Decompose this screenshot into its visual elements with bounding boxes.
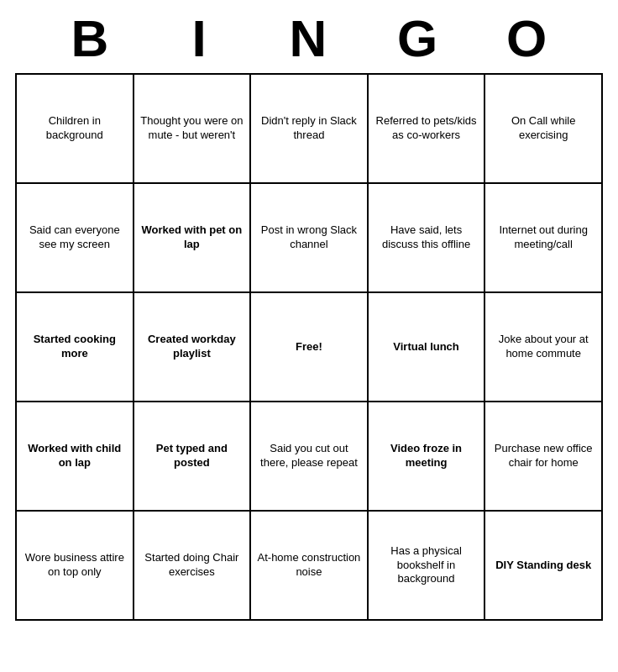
bingo-grid: Children in backgroundThought you were o…: [15, 73, 603, 621]
grid-cell-3-1[interactable]: Pet typed and posted: [134, 402, 251, 511]
grid-cell-3-3[interactable]: Video froze in meeting: [368, 402, 485, 511]
grid-cell-2-1[interactable]: Created workday playlist: [134, 292, 251, 402]
grid-cell-2-3[interactable]: Virtual lunch: [368, 292, 485, 402]
grid-cell-1-2[interactable]: Post in wrong Slack channel: [250, 183, 368, 292]
grid-cell-0-0[interactable]: Children in background: [16, 74, 134, 183]
grid-row-0: Children in backgroundThought you were o…: [16, 74, 602, 183]
grid-cell-2-2[interactable]: Free!: [250, 292, 368, 402]
grid-cell-1-4[interactable]: Internet out during meeting/call: [484, 183, 602, 292]
grid-cell-2-4[interactable]: Joke about your at home commute: [484, 292, 602, 402]
grid-cell-0-3[interactable]: Referred to pets/kids as co-workers: [368, 74, 485, 183]
bingo-letter-B: B: [36, 8, 145, 68]
bingo-letter-O: O: [473, 8, 582, 68]
grid-cell-4-3[interactable]: Has a physical bookshelf in background: [368, 511, 485, 620]
grid-cell-0-2[interactable]: Didn't reply in Slack thread: [250, 74, 368, 183]
grid-cell-4-1[interactable]: Started doing Chair exercises: [134, 511, 251, 620]
grid-cell-1-0[interactable]: Said can everyone see my screen: [16, 183, 134, 292]
grid-row-1: Said can everyone see my screenWorked wi…: [16, 183, 602, 292]
grid-cell-3-0[interactable]: Worked with child on lap: [16, 402, 134, 511]
grid-cell-4-0[interactable]: Wore business attire on top only: [16, 511, 134, 620]
bingo-letter-I: I: [145, 8, 254, 68]
grid-cell-1-1[interactable]: Worked with pet on lap: [134, 183, 251, 292]
grid-cell-4-2[interactable]: At-home construction noise: [250, 511, 368, 620]
grid-cell-4-4[interactable]: DIY Standing desk: [484, 511, 602, 620]
grid-cell-0-1[interactable]: Thought you were on mute - but weren't: [134, 74, 251, 183]
bingo-letter-G: G: [364, 8, 473, 68]
grid-row-4: Wore business attire on top onlyStarted …: [16, 511, 602, 620]
grid-cell-3-4[interactable]: Purchase new office chair for home: [484, 402, 602, 511]
grid-row-3: Worked with child on lapPet typed and po…: [16, 402, 602, 511]
grid-cell-1-3[interactable]: Have said, lets discuss this offline: [368, 183, 485, 292]
grid-cell-3-2[interactable]: Said you cut out there, please repeat: [250, 402, 368, 511]
grid-row-2: Started cooking moreCreated workday play…: [16, 292, 602, 402]
grid-cell-2-0[interactable]: Started cooking more: [16, 292, 134, 402]
grid-cell-0-4[interactable]: On Call while exercising: [484, 74, 602, 183]
bingo-header: BINGO: [15, 0, 603, 73]
bingo-letter-N: N: [254, 8, 364, 68]
